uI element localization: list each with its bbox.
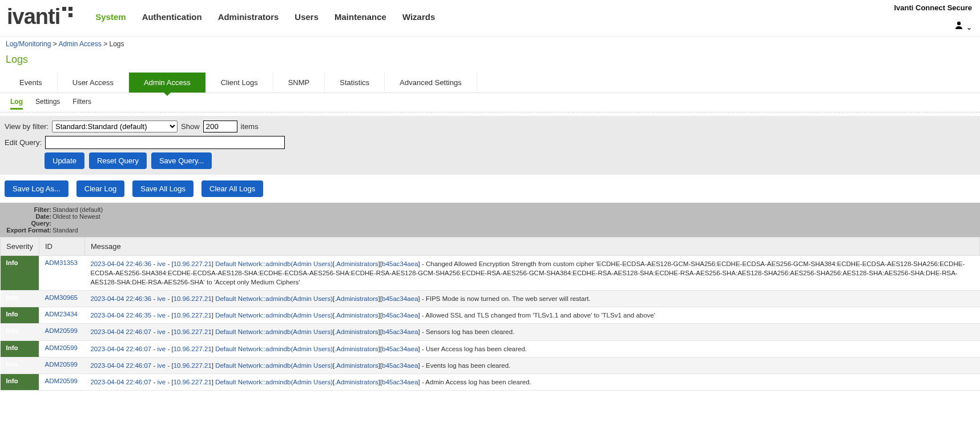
log-timestamp-link[interactable]: 2023-04-04 22:46:07 xyxy=(90,345,151,352)
logo-text: ivanti xyxy=(7,5,60,29)
severity-cell: Info xyxy=(1,291,39,307)
log-id-link[interactable]: ADM20599 xyxy=(45,344,78,351)
log-timestamp-link[interactable]: 2023-04-04 22:46:07 xyxy=(90,379,151,385)
log-timestamp-link[interactable]: 2023-04-04 22:46:07 xyxy=(90,328,151,335)
log-host-link[interactable]: ive xyxy=(158,312,166,319)
logo: ivanti xyxy=(7,5,72,29)
log-timestamp-link[interactable]: 2023-04-04 22:46:35 xyxy=(90,312,151,319)
save-query-button[interactable]: Save Query... xyxy=(151,152,212,169)
log-admins-link[interactable]: .Administrators xyxy=(334,312,378,319)
log-admins-link[interactable]: .Administrators xyxy=(334,260,378,267)
log-host-link[interactable]: ive xyxy=(158,328,166,335)
log-session-link[interactable]: b45ac34aea xyxy=(382,328,418,335)
tab-admin-access[interactable]: Admin Access xyxy=(129,73,206,93)
subtab-log[interactable]: Log xyxy=(10,98,23,110)
meta-filter-label: Filter: xyxy=(6,206,53,213)
severity-cell: Info xyxy=(1,256,39,291)
log-id-link[interactable]: ADM20599 xyxy=(45,377,78,384)
tab-user-access[interactable]: User Access xyxy=(58,73,129,93)
table-row: InfoADM205992023-04-04 22:46:07 - ive - … xyxy=(1,373,980,390)
update-button[interactable]: Update xyxy=(45,152,84,169)
breadcrumb: Log/Monitoring > Admin Access > Logs xyxy=(0,37,980,51)
log-session-link[interactable]: b45ac34aea xyxy=(382,379,418,385)
topnav-item-authentication[interactable]: Authentication xyxy=(142,12,202,22)
log-ip-link[interactable]: 10.96.227.21 xyxy=(174,379,212,385)
log-host-link[interactable]: ive xyxy=(158,345,166,352)
log-host-link[interactable]: ive xyxy=(158,379,166,385)
log-network-link[interactable]: Default Network::admindb(Admin Users) xyxy=(215,295,333,302)
log-ip-link[interactable]: 10.96.227.21 xyxy=(174,260,212,267)
show-items-input[interactable] xyxy=(203,120,237,132)
tab-statistics[interactable]: Statistics xyxy=(325,73,385,93)
subtab-filters[interactable]: Filters xyxy=(72,98,91,110)
topnav-item-maintenance[interactable]: Maintenance xyxy=(334,12,386,22)
log-network-link[interactable]: Default Network::admindb(Admin Users) xyxy=(215,312,333,319)
col-message[interactable]: Message xyxy=(84,238,979,256)
log-timestamp-link[interactable]: 2023-04-04 22:46:07 xyxy=(90,362,151,369)
log-id-link[interactable]: ADM20599 xyxy=(45,327,78,334)
view-by-filter-label: View by filter: xyxy=(5,122,49,131)
tab-events[interactable]: Events xyxy=(5,73,58,93)
product-name: Ivanti Connect Secure xyxy=(894,3,972,12)
tab-snmp[interactable]: SNMP xyxy=(273,73,325,93)
tab-client-logs[interactable]: Client Logs xyxy=(206,73,273,93)
log-session-link[interactable]: b45ac34aea xyxy=(382,345,418,352)
top-nav: SystemAuthenticationAdministratorsUsersM… xyxy=(95,12,435,22)
chevron-down-icon: ⌄ xyxy=(966,23,972,31)
log-session-link[interactable]: b45ac34aea xyxy=(382,260,418,267)
topnav-item-administrators[interactable]: Administrators xyxy=(218,12,279,22)
log-session-link[interactable]: b45ac34aea xyxy=(382,362,418,369)
topnav-item-users[interactable]: Users xyxy=(295,12,318,22)
show-label: Show xyxy=(181,122,200,131)
user-menu[interactable]: ⌄ xyxy=(954,21,972,33)
clear-all-logs-button[interactable]: Clear All Logs xyxy=(201,180,263,197)
log-host-link[interactable]: ive xyxy=(158,260,166,267)
log-network-link[interactable]: Default Network::admindb(Admin Users) xyxy=(215,379,333,385)
log-admins-link[interactable]: .Administrators xyxy=(334,379,378,385)
log-ip-link[interactable]: 10.96.227.21 xyxy=(174,362,212,369)
log-session-link[interactable]: b45ac34aea xyxy=(382,295,418,302)
col-id[interactable]: ID xyxy=(39,238,84,256)
clear-log-button[interactable]: Clear Log xyxy=(76,180,124,197)
query-input[interactable] xyxy=(45,136,285,149)
log-ip-link[interactable]: 10.96.227.21 xyxy=(174,312,212,319)
message-cell: 2023-04-04 22:46:36 - ive - [10.96.227.2… xyxy=(84,291,979,307)
log-network-link[interactable]: Default Network::admindb(Admin Users) xyxy=(215,345,333,352)
breadcrumb-link-1[interactable]: Log/Monitoring xyxy=(6,40,51,48)
save-log-as-button[interactable]: Save Log As... xyxy=(5,180,68,197)
log-timestamp-link[interactable]: 2023-04-04 22:46:36 xyxy=(90,260,151,267)
breadcrumb-current: Logs xyxy=(109,40,124,48)
subtab-settings[interactable]: Settings xyxy=(35,98,60,110)
svg-rect-2 xyxy=(68,13,72,17)
svg-rect-0 xyxy=(62,7,66,11)
id-cell: ADM23434 xyxy=(39,307,84,324)
log-session-link[interactable]: b45ac34aea xyxy=(382,312,418,319)
log-admins-link[interactable]: .Administrators xyxy=(334,295,378,302)
log-admins-link[interactable]: .Administrators xyxy=(334,362,378,369)
save-all-logs-button[interactable]: Save All Logs xyxy=(132,180,193,197)
tab-advanced-settings[interactable]: Advanced Settings xyxy=(385,73,477,93)
log-id-link[interactable]: ADM20599 xyxy=(45,361,78,368)
log-network-link[interactable]: Default Network::admindb(Admin Users) xyxy=(215,260,333,267)
log-network-link[interactable]: Default Network::admindb(Admin Users) xyxy=(215,362,333,369)
log-id-link[interactable]: ADM30965 xyxy=(45,294,78,301)
log-admins-link[interactable]: .Administrators xyxy=(334,328,378,335)
table-row: InfoADM313532023-04-04 22:46:36 - ive - … xyxy=(1,256,980,291)
log-ip-link[interactable]: 10.96.227.21 xyxy=(174,295,212,302)
topnav-item-system[interactable]: System xyxy=(95,12,126,22)
log-ip-link[interactable]: 10.96.227.21 xyxy=(174,345,212,352)
reset-query-button[interactable]: Reset Query xyxy=(89,152,147,169)
log-host-link[interactable]: ive xyxy=(158,362,166,369)
log-network-link[interactable]: Default Network::admindb(Admin Users) xyxy=(215,328,333,335)
log-admins-link[interactable]: .Administrators xyxy=(334,345,378,352)
severity-cell: Info xyxy=(1,324,39,340)
topnav-item-wizards[interactable]: Wizards xyxy=(402,12,435,22)
log-timestamp-link[interactable]: 2023-04-04 22:46:36 xyxy=(90,295,151,302)
filter-select[interactable]: Standard:Standard (default) xyxy=(52,120,178,132)
breadcrumb-link-2[interactable]: Admin Access xyxy=(58,40,101,48)
col-severity[interactable]: Severity xyxy=(1,238,39,256)
log-id-link[interactable]: ADM31353 xyxy=(45,259,78,266)
log-id-link[interactable]: ADM23434 xyxy=(45,311,78,318)
log-ip-link[interactable]: 10.96.227.21 xyxy=(174,328,212,335)
log-host-link[interactable]: ive xyxy=(158,295,166,302)
